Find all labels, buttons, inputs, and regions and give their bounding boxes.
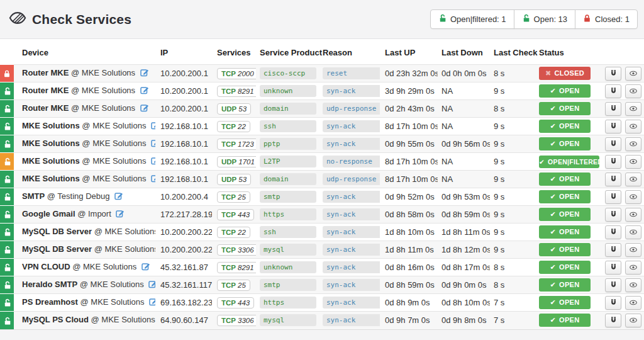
view-button[interactable] — [625, 137, 641, 151]
view-button[interactable] — [625, 296, 641, 310]
view-button[interactable] — [625, 102, 641, 116]
magnet-icon — [609, 298, 618, 307]
last-down-column-header: Last Down — [438, 39, 490, 65]
open-count-button[interactable]: Open: 13 — [514, 9, 576, 29]
edit-device-icon[interactable] — [151, 174, 155, 184]
port-number: 2000 — [238, 70, 254, 77]
status-badge: ✔OPEN — [539, 137, 591, 150]
service-product-chip: pptp — [260, 138, 316, 150]
magnet-button[interactable] — [605, 225, 621, 239]
device-cell: MySQL PS Cloud @ MKE Solutions — [14, 312, 155, 329]
device-cell: Router MKE @ MKE Solutions — [14, 65, 155, 82]
status-cell: ✔OPEN — [535, 82, 601, 100]
device-cell: PS Dreamhost @ MKE Solutions — [14, 294, 155, 312]
edit-device-icon[interactable] — [140, 86, 149, 96]
table-row: Google Gmail @ Import 172.217.28.197 TCP… — [0, 206, 644, 224]
magnet-button[interactable] — [605, 190, 621, 204]
ip-address: 192.168.10.1 — [155, 135, 212, 153]
service-port-badge: UDP1701 — [217, 156, 256, 167]
view-button[interactable] — [625, 120, 641, 133]
closed-count-button[interactable]: Closed: 1 — [575, 9, 638, 29]
view-button[interactable] — [625, 208, 641, 222]
protocol-label: TCP — [221, 193, 236, 201]
service-product-cell: ssh — [256, 118, 319, 135]
device-location: @ MKE Solutions — [71, 68, 135, 77]
service-product-cell: unknown — [256, 82, 319, 100]
open-lock-icon — [3, 263, 11, 272]
service-port-badge: TCP1723 — [217, 139, 256, 150]
eye-icon — [629, 193, 638, 201]
view-button[interactable] — [625, 278, 641, 292]
status-badge-label: OPEN — [559, 228, 579, 235]
edit-device-icon[interactable] — [140, 68, 149, 79]
check-icon: ✔ — [550, 193, 557, 200]
reason-chip: udp-response — [323, 173, 380, 185]
last-check: 7 s — [490, 312, 535, 329]
magnet-button[interactable] — [605, 173, 621, 186]
services-cell: TCP443 — [212, 206, 256, 224]
magnet-icon — [609, 316, 618, 324]
magnet-button[interactable] — [605, 261, 621, 275]
magnet-button[interactable] — [605, 296, 621, 310]
status-badge: ✔OPEN — [539, 225, 591, 239]
magnet-button[interactable] — [605, 137, 621, 151]
edit-device-icon[interactable] — [140, 103, 149, 114]
view-button[interactable] — [625, 225, 641, 239]
device-cell: MKE Solutions @ MKE Solutions — [14, 153, 155, 171]
status-badge-label: OPEN — [559, 105, 579, 112]
status-cell: ✖CLOSED — [535, 65, 601, 82]
ip-address: 192.168.10.1 — [155, 153, 212, 171]
table-row: MKE Solutions @ MKE Solutions 192.168.10… — [0, 153, 644, 171]
service-state-cell — [0, 206, 14, 224]
magnet-button[interactable] — [605, 278, 621, 292]
view-button[interactable] — [625, 190, 641, 204]
status-badge-label: CLOSED — [554, 69, 584, 77]
view-button[interactable] — [625, 67, 641, 81]
edit-device-icon[interactable] — [149, 297, 155, 308]
edit-device-icon[interactable] — [151, 139, 155, 149]
magnet-button[interactable] — [605, 67, 621, 81]
closed-lock-icon — [3, 69, 11, 78]
magnet-icon — [609, 69, 618, 77]
magnet-button[interactable] — [605, 243, 621, 257]
last-down: 0d 8h 59m 0s — [438, 206, 490, 224]
view-button[interactable] — [625, 84, 641, 98]
magnet-button[interactable] — [605, 102, 621, 116]
open-filtered-count-button[interactable]: Open|filtered: 1 — [430, 9, 514, 29]
view-button[interactable] — [625, 173, 641, 186]
edit-device-icon[interactable] — [114, 191, 123, 202]
edit-device-icon[interactable] — [151, 156, 155, 167]
last-check-column-header: Last Check — [490, 39, 535, 65]
port-number: 22 — [238, 123, 246, 130]
magnet-button[interactable] — [605, 208, 621, 222]
view-button[interactable] — [625, 243, 641, 257]
open-lock-icon — [3, 210, 11, 219]
view-button[interactable] — [625, 155, 641, 169]
open-lock-icon — [522, 14, 530, 25]
edit-device-icon[interactable] — [116, 209, 125, 220]
last-check: 9 s — [490, 188, 535, 206]
eye-icon — [629, 87, 638, 95]
service-product-cell: https — [256, 206, 319, 224]
services-cell: TCP1723 — [212, 135, 256, 153]
service-port-badge: TCP25 — [217, 191, 250, 203]
view-button[interactable] — [625, 314, 641, 327]
table-row: PS Dreamhost @ MKE Solutions 69.163.182.… — [0, 294, 644, 312]
last-up: 0d 9h 7m 0s — [380, 312, 438, 329]
open-lock-icon — [3, 246, 11, 254]
last-check: 8 s — [490, 100, 535, 118]
table-row: MKE Solutions @ MKE Solutions 192.168.10… — [0, 171, 644, 188]
magnet-button[interactable] — [605, 120, 621, 133]
edit-device-icon[interactable] — [148, 280, 155, 290]
edit-device-icon[interactable] — [151, 121, 155, 132]
magnet-button[interactable] — [605, 84, 621, 98]
edit-device-icon[interactable] — [142, 262, 150, 273]
ip-address: 192.168.10.1 — [155, 118, 212, 135]
view-button[interactable] — [625, 261, 641, 275]
device-location: @ MKE Solutions — [80, 280, 144, 289]
magnet-button[interactable] — [605, 155, 621, 169]
service-product-chip: smtp — [260, 279, 316, 291]
service-state-cell — [0, 224, 14, 241]
magnet-button[interactable] — [605, 314, 621, 327]
table-row: MKE Solutions @ MKE Solutions 192.168.10… — [0, 118, 644, 135]
